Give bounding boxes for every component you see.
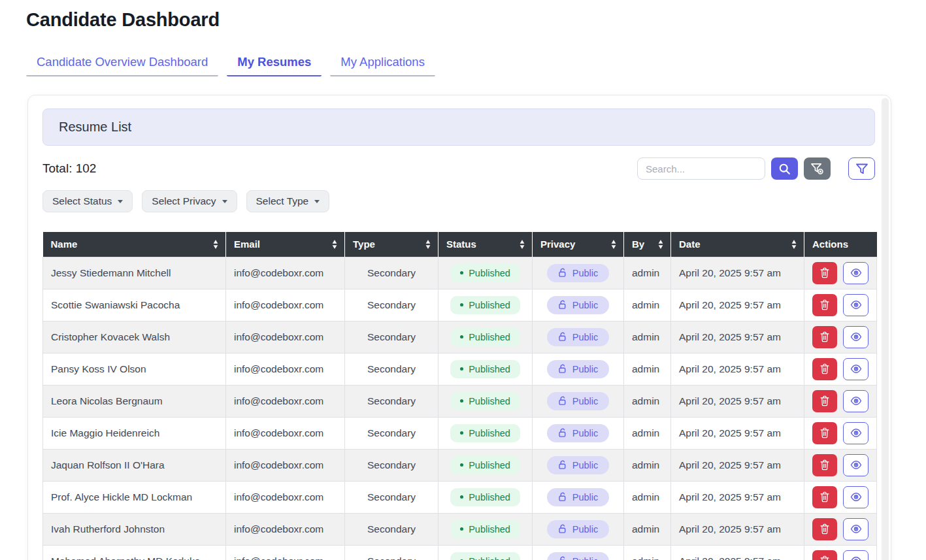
search-input[interactable]: [637, 157, 765, 180]
table-row: Pansy Koss IV Olson info@codeboxr.com Se…: [43, 353, 877, 385]
cell-date: April 20, 2025 9:57 am: [671, 481, 804, 513]
scrollbar-track[interactable]: [882, 98, 889, 560]
column-header-email[interactable]: Email: [226, 232, 345, 257]
cell-name: Jessy Stiedemann Mitchell: [43, 257, 226, 289]
trash-icon: [819, 331, 830, 342]
status-badge: Published: [450, 552, 520, 560]
column-header-by[interactable]: By: [624, 232, 671, 257]
cell-type: Secondary: [345, 417, 438, 449]
cell-by: admin: [624, 513, 671, 545]
delete-button[interactable]: [812, 294, 837, 316]
resume-list-card: Resume List Total: 102: [27, 95, 891, 560]
cell-email: info@codeboxr.com: [226, 385, 345, 417]
cell-date: April 20, 2025 9:57 am: [671, 289, 804, 321]
delete-button[interactable]: [812, 390, 837, 412]
cell-privacy: Public: [533, 289, 624, 321]
unlock-icon: [558, 364, 567, 374]
view-button[interactable]: [843, 294, 868, 316]
tab-my-resumes[interactable]: My Resumes: [227, 51, 322, 76]
unlock-icon: [558, 524, 567, 534]
privacy-label: Public: [572, 396, 599, 406]
cell-actions: [804, 289, 877, 321]
toolbar: Total: 102: [42, 157, 875, 180]
privacy-label: Public: [572, 428, 599, 438]
status-badge: Published: [450, 296, 520, 314]
column-header-type[interactable]: Type: [345, 232, 438, 257]
view-button[interactable]: [843, 358, 868, 380]
tab-my-applications[interactable]: My Applications: [330, 51, 435, 76]
clear-filters-button[interactable]: [804, 157, 831, 180]
view-button[interactable]: [843, 486, 868, 508]
view-button[interactable]: [843, 550, 868, 560]
tab-candidate-overview-dashboard[interactable]: Candidate Overview Dashboard: [26, 51, 218, 76]
cell-name: Mohamed Abernathy MD Kerluke: [43, 545, 226, 560]
table-row: Ivah Rutherford Johnston info@codeboxr.c…: [43, 513, 877, 545]
privacy-badge: Public: [547, 552, 610, 560]
delete-button[interactable]: [812, 326, 837, 348]
select-status-dropdown[interactable]: Select Status: [42, 190, 133, 212]
delete-button[interactable]: [812, 422, 837, 444]
delete-button[interactable]: [812, 550, 837, 560]
cell-type: Secondary: [345, 545, 438, 560]
cell-by: admin: [624, 353, 671, 385]
privacy-badge: Public: [547, 520, 610, 538]
cell-date: April 20, 2025 9:57 am: [671, 257, 804, 289]
status-badge: Published: [450, 328, 520, 346]
delete-button[interactable]: [812, 454, 837, 476]
cell-date: April 20, 2025 9:57 am: [671, 545, 804, 560]
view-button[interactable]: [843, 390, 868, 412]
cell-type: Secondary: [345, 257, 438, 289]
unlock-icon: [558, 332, 567, 342]
column-header-privacy[interactable]: Privacy: [533, 232, 624, 257]
chevron-down-icon: [118, 200, 123, 203]
status-dot-icon: [460, 271, 463, 274]
cell-email: info@codeboxr.com: [226, 513, 345, 545]
table-row: Mohamed Abernathy MD Kerluke info@codebo…: [43, 545, 877, 560]
column-header-status[interactable]: Status: [438, 232, 533, 257]
select-privacy-dropdown[interactable]: Select Privacy: [142, 190, 237, 212]
cell-status: Published: [438, 417, 533, 449]
sort-icon: [425, 239, 431, 249]
unlock-icon: [558, 428, 567, 438]
privacy-label: Public: [572, 492, 599, 502]
privacy-badge: Public: [547, 456, 610, 474]
privacy-badge: Public: [547, 424, 610, 442]
view-button[interactable]: [843, 326, 868, 348]
search-button[interactable]: [771, 157, 798, 180]
eye-icon: [850, 460, 862, 470]
delete-button[interactable]: [812, 262, 837, 284]
cell-actions: [804, 385, 877, 417]
sort-icon: [610, 239, 617, 249]
cell-actions: [804, 257, 877, 289]
status-dot-icon: [460, 335, 463, 338]
cell-type: Secondary: [345, 353, 438, 385]
cell-type: Secondary: [345, 481, 438, 513]
filter-button[interactable]: [848, 157, 875, 180]
delete-button[interactable]: [812, 358, 837, 380]
cell-date: April 20, 2025 9:57 am: [671, 353, 804, 385]
delete-button[interactable]: [812, 486, 837, 508]
view-button[interactable]: [843, 518, 868, 540]
eye-icon: [850, 524, 862, 534]
total-count: Total: 102: [42, 161, 96, 176]
cell-privacy: Public: [533, 449, 624, 481]
cell-status: Published: [438, 289, 533, 321]
trash-icon: [819, 459, 830, 470]
cell-by: admin: [624, 321, 671, 353]
table-row: Icie Maggio Heidenreich info@codeboxr.co…: [43, 417, 877, 449]
select-type-dropdown[interactable]: Select Type: [246, 190, 330, 212]
delete-button[interactable]: [812, 518, 837, 540]
view-button[interactable]: [843, 454, 868, 476]
unlock-icon: [558, 460, 567, 470]
privacy-label: Public: [572, 332, 599, 342]
cell-actions: [804, 449, 877, 481]
privacy-label: Public: [572, 460, 599, 470]
view-button[interactable]: [843, 422, 868, 444]
cell-privacy: Public: [533, 353, 624, 385]
column-header-date[interactable]: Date: [671, 232, 804, 257]
view-button[interactable]: [843, 262, 868, 284]
column-header-name[interactable]: Name: [43, 232, 226, 257]
trash-icon: [819, 555, 830, 560]
cell-name: Ivah Rutherford Johnston: [43, 513, 226, 545]
status-dot-icon: [460, 303, 463, 306]
